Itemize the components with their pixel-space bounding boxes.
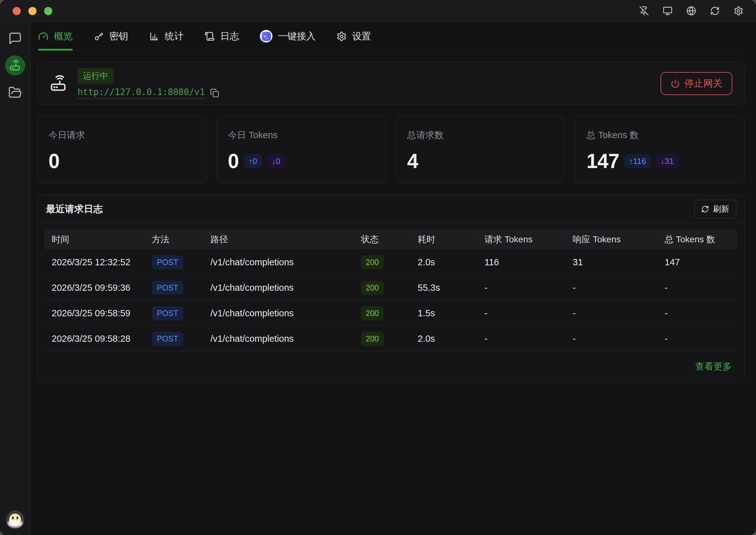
cell-req-tokens: -	[478, 308, 566, 319]
tab-logs[interactable]: 日志	[204, 22, 239, 50]
stat-card-total-requests: 总请求数 4	[396, 116, 565, 183]
stat-value: 0	[48, 151, 60, 171]
cell-res-tokens: -	[566, 334, 658, 344]
col-method: 方法	[145, 234, 204, 245]
status-badge: 200	[361, 281, 384, 295]
table-row: 2026/3/25 12:32:52 POST /v1/chat/complet…	[44, 250, 738, 275]
app-window: 概览 密钥 统计 日志	[0, 0, 756, 535]
titlebar-toolbar	[639, 6, 743, 16]
traffic-lights	[13, 7, 52, 15]
cell-total-tokens: -	[658, 334, 738, 344]
maximize-button[interactable]	[44, 7, 52, 15]
router-icon	[49, 74, 68, 93]
cell-path: /v1/chat/completions	[204, 283, 355, 293]
table-row: 2026/3/25 09:58:59 POST /v1/chat/complet…	[44, 300, 738, 326]
gauge-icon	[38, 31, 48, 42]
output-tokens-chip: ↓0	[267, 154, 285, 168]
table-row: 2026/3/25 09:59:36 POST /v1/chat/complet…	[44, 275, 738, 300]
cell-req-tokens: -	[478, 283, 566, 293]
table-header-row: 时间 方法 路径 状态 耗时 请求 Tokens 响应 Tokens 总 Tok…	[44, 229, 738, 250]
tab-bar: 概览 密钥 统计 日志	[37, 22, 745, 51]
cell-req-tokens: 116	[478, 257, 566, 268]
tab-keys[interactable]: 密钥	[94, 22, 128, 50]
desktop-background: 概览 密钥 统计 日志	[0, 0, 756, 535]
cell-path: /v1/chat/completions	[204, 308, 355, 319]
request-log-table: 时间 方法 路径 状态 耗时 请求 Tokens 响应 Tokens 总 Tok…	[37, 223, 744, 382]
refresh-button[interactable]: 刷新	[694, 200, 736, 218]
refresh-icon	[701, 205, 709, 213]
method-badge: POST	[152, 306, 183, 320]
cell-path: /v1/chat/completions	[204, 257, 355, 268]
folder-open-icon	[8, 86, 22, 99]
cell-total-tokens: 147	[658, 257, 738, 268]
method-badge: POST	[152, 255, 183, 269]
main-content: 概览 密钥 统计 日志	[31, 22, 756, 535]
recent-logs-card: 最近请求日志 刷新 时间 方法 路径 状态 耗时	[37, 195, 745, 383]
copy-url-button[interactable]	[210, 88, 219, 98]
cell-path: /v1/chat/completions	[204, 334, 355, 344]
cell-time: 2026/3/25 09:59:36	[44, 283, 145, 293]
cell-res-tokens: -	[566, 308, 658, 319]
stop-gateway-label: 停止网关	[684, 77, 722, 90]
col-status: 状态	[355, 234, 411, 245]
stat-label: 总 Tokens 数	[587, 129, 733, 142]
method-badge: POST	[152, 281, 183, 295]
output-tokens-chip: ↓31	[656, 154, 679, 168]
tab-one-click-connect[interactable]: >_ 一键接入	[260, 22, 316, 50]
stat-card-total-tokens: 总 Tokens 数 147 ↑116 ↓31	[575, 116, 745, 183]
status-badge: 200	[361, 306, 384, 320]
cell-duration: 2.0s	[411, 334, 478, 344]
tab-settings[interactable]: 设置	[336, 22, 371, 50]
user-avatar[interactable]	[6, 510, 24, 529]
col-time: 时间	[44, 234, 145, 245]
cell-total-tokens: -	[658, 283, 738, 293]
minimize-button[interactable]	[28, 7, 37, 15]
stat-value: 4	[407, 151, 418, 171]
tab-label: 密钥	[109, 30, 128, 43]
power-icon	[671, 79, 680, 88]
stat-label: 总请求数	[407, 129, 554, 142]
view-more-link[interactable]: 查看更多	[695, 361, 732, 371]
gear-icon[interactable]	[734, 6, 743, 16]
tab-label: 统计	[165, 30, 184, 43]
bar-chart-icon	[149, 31, 159, 42]
cell-time: 2026/3/25 09:58:59	[44, 308, 145, 319]
refresh-icon[interactable]	[710, 6, 720, 16]
close-button[interactable]	[13, 7, 21, 15]
stat-value: 147	[587, 151, 619, 171]
table-row: 2026/3/25 09:58:28 POST /v1/chat/complet…	[44, 326, 738, 352]
face-in-clouds-emoji	[9, 514, 21, 525]
router-icon	[9, 59, 21, 72]
stat-label: 今日请求	[48, 129, 195, 142]
pin-off-icon[interactable]	[639, 6, 649, 16]
tab-label: 概览	[54, 30, 73, 43]
tab-overview[interactable]: 概览	[38, 22, 73, 50]
cell-res-tokens: 31	[566, 257, 658, 268]
status-badge: 200	[361, 332, 384, 346]
chat-bubble-icon	[8, 32, 22, 45]
tab-label: 日志	[220, 30, 239, 43]
copy-icon	[210, 88, 219, 98]
gateway-url-link[interactable]: http://127.0.0.1:8080/v1	[77, 87, 205, 99]
cell-duration: 1.5s	[411, 308, 478, 319]
refresh-label: 刷新	[713, 204, 729, 215]
tab-statistics[interactable]: 统计	[149, 22, 184, 50]
stat-card-today-requests: 今日请求 0	[37, 116, 207, 183]
cell-req-tokens: -	[478, 334, 566, 344]
globe-icon[interactable]	[686, 6, 696, 16]
status-badge: 200	[361, 255, 384, 269]
stats-row: 今日请求 0 今日 Tokens 0 ↑0 ↓0	[37, 116, 745, 183]
cell-duration: 2.0s	[411, 257, 478, 268]
key-icon	[94, 31, 104, 42]
terminal-app-icon: >_	[260, 30, 272, 42]
running-status-badge: 运行中	[77, 68, 114, 84]
sidebar-item-gateway[interactable]	[5, 55, 25, 75]
monitor-icon[interactable]	[663, 6, 673, 16]
stop-gateway-button[interactable]: 停止网关	[661, 72, 732, 95]
tab-label: 设置	[352, 30, 371, 43]
col-res-tokens: 响应 Tokens	[566, 234, 658, 245]
sidebar-item-files[interactable]	[8, 86, 22, 99]
sidebar-item-chat[interactable]	[8, 32, 22, 45]
titlebar	[0, 0, 756, 22]
stat-card-today-tokens: 今日 Tokens 0 ↑0 ↓0	[216, 116, 386, 183]
